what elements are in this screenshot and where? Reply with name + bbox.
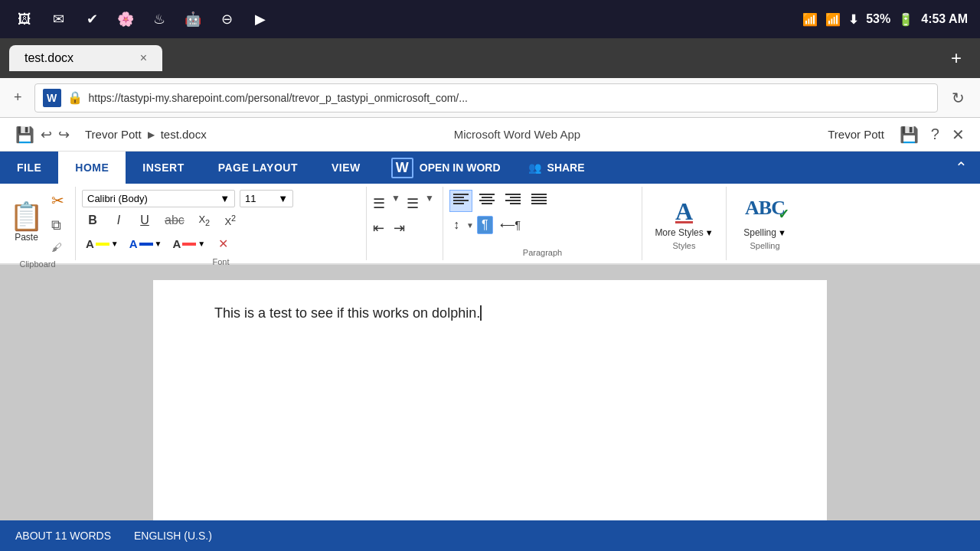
line-spacing-button[interactable]: ↕ (449, 215, 463, 235)
browser-chrome: test.docx × + (0, 38, 980, 78)
paragraph-group: ↕ ▼ ¶ ⟵¶ Paragraph (443, 187, 642, 260)
lock-icon: 🔒 (67, 90, 83, 105)
clear-format-button[interactable]: ✕ (212, 233, 234, 254)
breadcrumb-arrow: ▶ (148, 129, 155, 140)
clipboard-group: 📋 Paste ✂ ⧉ 🖌 Clipboard (0, 187, 76, 260)
clipboard-label: Clipboard (19, 259, 55, 270)
clipboard-row: 📋 Paste ✂ ⧉ 🖌 (9, 190, 66, 255)
document-text[interactable]: This is a test to see if this works on d… (214, 303, 766, 324)
tab-view[interactable]: VIEW (315, 152, 377, 184)
flower-icon: 🌸 (113, 7, 138, 31)
ribbon-toolbar: 📋 Paste ✂ ⧉ 🖌 Clipboard Calibri (Body) ▼… (0, 184, 980, 265)
rtl-button[interactable]: ⟵¶ (496, 216, 525, 234)
share-button[interactable]: 👥 SHARE (514, 152, 599, 184)
breadcrumb-user: Trevor Pott (85, 128, 142, 141)
para-row2: ↕ ▼ ¶ ⟵¶ (449, 215, 635, 235)
align-center-button[interactable] (475, 190, 498, 212)
show-formatting-button[interactable]: ¶ (477, 216, 493, 234)
battery-icon: 🔋 (898, 12, 913, 27)
spelling-dropdown-icon[interactable]: ▼ (778, 228, 786, 237)
highlight-dropdown[interactable]: ▼ (111, 240, 119, 248)
font-row3: A ▼ A ▼ A ▼ ✕ (82, 233, 360, 254)
highlight-color-button[interactable]: A ▼ (82, 235, 122, 253)
open-in-word-button[interactable]: W OPEN IN WORD (377, 152, 514, 184)
signal-icon: 📶 (825, 12, 841, 27)
url-display[interactable]: https://tastypi-my.sharepoint.com/person… (89, 92, 929, 104)
save-floppy-icon[interactable]: 💾 (900, 126, 919, 144)
shading-dropdown[interactable]: ▼ (198, 240, 205, 248)
close-app-icon[interactable]: ✕ (952, 126, 965, 144)
more-styles-button[interactable]: A More Styles ▼ (655, 197, 713, 238)
styles-dropdown-icon[interactable]: ▼ (705, 228, 714, 237)
font-group: Calibri (Body) ▼ 11 ▼ B I U abc X2 X2 A … (76, 187, 367, 260)
spelling-button[interactable]: ABC ✓ Spelling ▼ (743, 197, 786, 238)
check-icon: ✔ (80, 7, 104, 31)
new-tab-button[interactable]: + (942, 44, 971, 72)
steam-icon: ♨ (147, 7, 172, 31)
font-row2: B I U abc X2 X2 (82, 210, 360, 230)
indent-decrease-button[interactable]: ⇤ (370, 217, 387, 239)
italic-button[interactable]: I (108, 210, 129, 230)
list-row1: ☰ ▼ ☰ ▼ (370, 193, 439, 214)
tab-file[interactable]: FILE (0, 152, 58, 184)
url-container[interactable]: W 🔒 https://tastypi-my.sharepoint.com/pe… (34, 83, 938, 112)
font-color-dropdown[interactable]: ▼ (155, 240, 162, 248)
browser-tab[interactable]: test.docx × (9, 45, 162, 71)
paste-button[interactable]: 📋 Paste (9, 203, 44, 243)
tab-insert[interactable]: INSERT (126, 152, 201, 184)
font-size-select[interactable]: 11 ▼ (240, 190, 293, 207)
user-name[interactable]: Trevor Pott (828, 128, 884, 141)
spelling-group-label: Spelling (750, 241, 779, 250)
font-color-a: A (129, 237, 138, 250)
refresh-button[interactable]: ↻ (946, 86, 971, 110)
strikethrough-button[interactable]: abc (160, 210, 189, 230)
bold-button[interactable]: B (82, 210, 103, 230)
bottom-status-bar: ABOUT 11 WORDS ENGLISH (U.S.) (0, 520, 980, 551)
document-page[interactable]: This is a test to see if this works on d… (153, 280, 827, 545)
help-icon[interactable]: ? (931, 126, 939, 143)
tab-page-layout[interactable]: PAGE LAYOUT (201, 152, 315, 184)
bullet-list-button[interactable]: ☰ (370, 193, 388, 214)
bullet-list-dropdown[interactable]: ▼ (391, 193, 400, 214)
status-bar-right: 📶 📶 ⬇ 53% 🔋 4:53 AM (802, 12, 968, 27)
spelling-label: Spelling (743, 227, 776, 238)
number-list-button[interactable]: ☰ (403, 193, 422, 214)
paste-label: Paste (15, 232, 38, 243)
align-right-button[interactable] (501, 190, 524, 212)
highlight-a: A (86, 237, 94, 250)
superscript-button[interactable]: X2 (220, 210, 241, 230)
redo-icon[interactable]: ↪ (58, 126, 70, 143)
tab-home[interactable]: HOME (58, 152, 126, 184)
tab-close-button[interactable]: × (140, 51, 147, 65)
font-color-button[interactable]: A ▼ (126, 235, 166, 253)
word-icon: W (43, 89, 61, 107)
format-painter-button[interactable]: 🖌 (50, 240, 66, 255)
align-left-button[interactable] (449, 190, 472, 212)
list-group: ☰ ▼ ☰ ▼ ⇤ ⇥ (367, 187, 443, 260)
save-icon[interactable]: 💾 (15, 126, 34, 144)
font-dropdown-arrow: ▼ (220, 193, 230, 204)
spelling-checkmark-icon: ✓ (778, 206, 789, 223)
breadcrumb: Trevor Pott ▶ test.docx (85, 128, 207, 141)
number-list-dropdown[interactable]: ▼ (425, 193, 434, 214)
play-icon: ▶ (248, 7, 273, 31)
font-shading-button[interactable]: A ▼ (169, 235, 210, 253)
ribbon-collapse-button[interactable]: ⌃ (942, 158, 980, 177)
word-count: ABOUT 11 WORDS (15, 530, 111, 542)
download-icon: ⬇ (848, 12, 858, 27)
subscript-button[interactable]: X2 (194, 210, 215, 230)
mail-icon: ✉ (46, 7, 70, 31)
font-family-select[interactable]: Calibri (Body) ▼ (82, 190, 235, 207)
word-logo-icon: W (391, 158, 413, 178)
align-justify-button[interactable] (528, 190, 550, 212)
cut-button[interactable]: ✂ (50, 190, 66, 211)
add-tab-button[interactable]: + (9, 86, 27, 109)
text-cursor (480, 305, 482, 321)
spelling-group: ABC ✓ Spelling ▼ Spelling (727, 187, 803, 260)
indent-increase-button[interactable]: ⇥ (390, 217, 408, 239)
copy-button[interactable]: ⧉ (50, 216, 66, 235)
document-area[interactable]: This is a test to see if this works on d… (0, 265, 980, 551)
spacing-dropdown[interactable]: ▼ (466, 221, 474, 230)
undo-icon[interactable]: ↩ (41, 126, 52, 143)
underline-button[interactable]: U (134, 210, 155, 230)
